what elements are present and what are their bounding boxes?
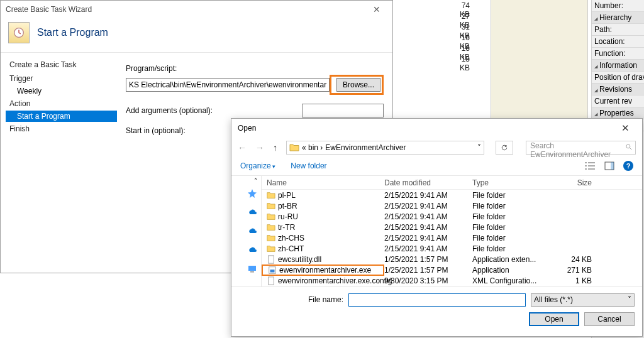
file-type-cell: File folder [472,234,554,243]
section-revisions[interactable]: Revisions [592,84,644,95]
list-item[interactable]: tr-TR2/15/2021 9:41 AMFile folder [262,222,642,232]
file-list: Name Date modified Type Size pl-PL2/15/2… [262,176,642,286]
step-finish[interactable]: Finish [6,122,117,136]
file-name-cell: pl-PL [262,191,384,200]
file-type-cell: File folder [472,212,554,221]
onedrive-icon[interactable] [247,207,257,217]
list-item[interactable]: ru-RU2/15/2021 9:41 AMFile folder [262,211,642,222]
refresh-button[interactable] [496,141,513,155]
list-item[interactable]: zh-CHT2/15/2021 9:41 AMFile folder [262,243,642,254]
close-icon[interactable]: ✕ [366,4,387,14]
file-date-cell: 2/15/2021 9:41 AM [384,212,472,221]
preview-pane-icon[interactable] [604,161,614,170]
chevron-down-icon[interactable]: ˅ [477,143,481,152]
folder-icon [267,202,275,210]
new-folder-button[interactable]: New folder [291,161,326,170]
file-type-cell: Application [472,266,554,275]
file-name-text: pl-PL [278,191,296,200]
search-input[interactable]: Search EwEnvironmentArchiver [526,141,636,155]
chevron-down-icon: ˅ [628,295,631,304]
wizard-title: Start a Program [37,27,108,38]
view-list-icon[interactable] [584,161,596,170]
close-icon[interactable]: ✕ [614,123,636,134]
file-icon [267,255,275,264]
list-item[interactable]: ewcsutility.dll1/25/2021 1:57 PMApplicat… [262,254,642,264]
open-titlebar[interactable]: Open ✕ [231,119,642,138]
file-type-cell: Application exten... [472,255,554,264]
cancel-button[interactable]: Cancel [584,312,635,326]
help-button[interactable]: ? [623,161,633,171]
browse-highlight: Browse... [330,75,384,95]
wizard-titlebar[interactable]: Create Basic Task Wizard ✕ [1,1,392,18]
file-name-text: ewenvironmentarchiver.exe.config [278,276,392,285]
program-input[interactable] [126,78,330,92]
svg-point-1 [626,144,630,148]
column-type[interactable]: Type [472,178,554,187]
step-action[interactable]: Action [6,97,117,111]
file-date-cell: 2/15/2021 9:41 AM [384,223,472,232]
file-type-cell: File folder [472,223,554,232]
breadcrumb[interactable]: « bin › EwEnvironmentArchiver ˅ [286,141,484,155]
quickaccess-icon[interactable] [247,188,257,199]
step-trigger[interactable]: Trigger [6,72,117,85]
section-information[interactable]: Information [592,60,644,72]
open-sidebar: ˄ [231,176,262,286]
file-name-text: ewcsutility.dll [278,255,321,264]
up-arrow-icon[interactable]: ↑ [273,143,277,153]
file-name-text: pt-BR [278,202,297,210]
onedrive-icon[interactable] [247,245,257,255]
program-label: Program/script: [126,64,384,73]
file-name-cell: ewenvironmentarchiver.exe.config [262,276,384,285]
list-item[interactable]: pt-BR2/15/2021 9:41 AMFile folder [262,200,642,211]
file-size-cell: 24 KB [554,255,597,264]
application-icon [268,266,277,275]
list-item[interactable]: ewenvironmentarchiver.exe.config9/30/202… [262,275,642,286]
prop-path: Path: [592,24,644,36]
forward-arrow-icon[interactable]: → [255,143,264,153]
file-name-text: zh-CHT [278,244,304,253]
step-create-task[interactable]: Create a Basic Task [6,58,117,72]
file-date-cell: 2/15/2021 9:41 AM [384,244,472,253]
browse-button[interactable]: Browse... [336,78,380,92]
file-date-cell: 2/15/2021 9:41 AM [384,234,472,243]
clock-gear-icon [8,22,30,43]
filetype-filter[interactable]: All files (*.*) ˅ [531,293,635,307]
svg-rect-5 [250,271,254,273]
open-button[interactable]: Open [529,312,579,326]
step-weekly[interactable]: Weekly [6,85,117,97]
folder-icon [267,223,275,232]
prop-position: Position of drav [592,72,644,84]
step-start-program[interactable]: Start a Program [6,111,117,122]
svg-rect-9 [269,276,274,284]
search-placeholder: Search EwEnvironmentArchiver [530,141,611,159]
onedrive-icon[interactable] [247,226,257,236]
search-icon [625,143,633,151]
open-nav-bar: ← → ↑ « bin › EwEnvironmentArchiver ˅ Se… [231,138,642,156]
scroll-up-icon[interactable]: ˄ [254,177,257,184]
file-size-cell: 1 KB [554,276,597,285]
section-hierarchy[interactable]: Hierarchy [592,12,644,24]
folder-icon [267,191,275,200]
list-item[interactable]: pl-PL2/15/2021 9:41 AMFile folder [262,190,642,200]
size-cell: 74 KB [450,1,470,12]
file-date-cell: 9/30/2020 3:15 PM [384,276,472,285]
column-header-row: Name Date modified Type Size [262,176,642,190]
column-name[interactable]: Name [262,178,384,187]
column-date[interactable]: Date modified [384,178,472,187]
filename-label: File name: [308,295,343,304]
arguments-input[interactable] [302,104,384,117]
list-item[interactable]: zh-CHS2/15/2021 9:41 AMFile folder [262,232,642,243]
file-date-cell: 1/25/2021 1:57 PM [384,255,472,264]
file-name-cell: ru-RU [262,212,384,221]
back-arrow-icon[interactable]: ← [238,143,247,153]
list-item[interactable]: ewenvironmentarchiver.exe1/25/2021 1:57 … [262,264,642,275]
file-type-cell: File folder [472,244,554,253]
folder-icon [289,143,299,153]
filename-input[interactable] [348,293,526,307]
wizard-header: Start a Program [1,18,392,52]
thispc-icon[interactable] [247,264,257,274]
open-toolbar: Organize New folder ? [231,156,642,175]
organize-menu[interactable]: Organize [240,161,275,170]
column-size[interactable]: Size [554,178,597,187]
background-file-sizes: 74 KB 27 KB 31 KB 16 KB 16 KB 15 KB [450,1,470,65]
